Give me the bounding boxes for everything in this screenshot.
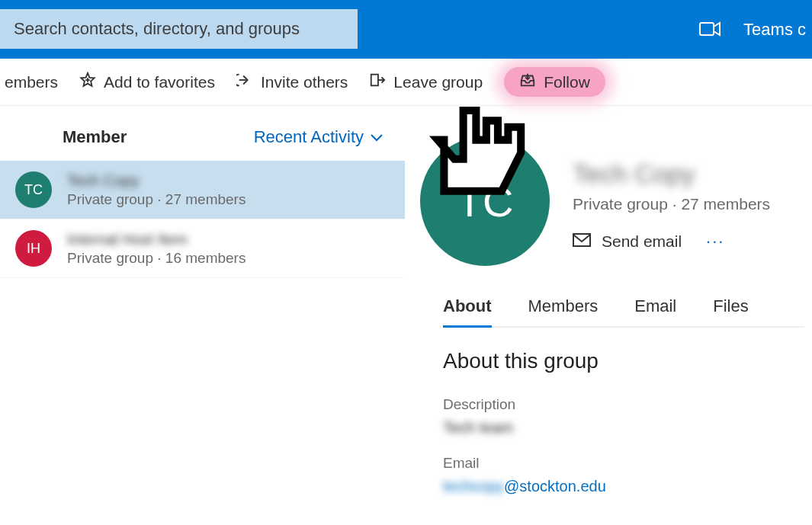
groups-list-panel: Member Recent Activity TC Tech Copy Priv… <box>0 106 405 525</box>
tab-members[interactable]: Members <box>528 296 599 326</box>
group-subtitle: Private group · 27 members <box>573 195 770 213</box>
list-item[interactable]: TC Tech Copy Private group · 27 members <box>0 161 405 219</box>
send-email-button[interactable]: Send email <box>602 232 682 251</box>
mail-icon <box>573 232 591 251</box>
leave-group-button[interactable]: Leave group <box>369 72 483 92</box>
description-value: Tech team <box>443 419 804 437</box>
add-to-favorites-button[interactable]: Add to favorites <box>79 72 215 92</box>
tab-about[interactable]: About <box>443 296 492 328</box>
list-item-text: Tech Copy Private group · 27 members <box>67 172 246 208</box>
more-actions-button[interactable]: ··· <box>706 232 724 251</box>
description-label: Description <box>443 396 804 413</box>
group-avatar-large: TC <box>420 136 550 266</box>
main-area: Member Recent Activity TC Tech Copy Priv… <box>0 106 812 525</box>
group-title-blurred: Tech Copy <box>573 159 770 189</box>
about-heading: About this group <box>443 349 804 373</box>
svg-rect-0 <box>700 23 714 35</box>
list-item-text: Internal Host Item Private group · 16 me… <box>67 231 246 267</box>
group-meta: Private group · 16 members <box>67 250 246 267</box>
members-button-partial[interactable]: embers <box>5 73 58 91</box>
svg-rect-4 <box>573 234 590 246</box>
group-email-link[interactable]: techcopy@stockton.edu <box>443 478 804 495</box>
groups-list: TC Tech Copy Private group · 27 members … <box>0 161 405 278</box>
list-header-title: Member <box>63 127 127 147</box>
tab-files[interactable]: Files <box>713 296 748 326</box>
group-meta: Private group · 27 members <box>67 191 246 208</box>
video-camera-icon[interactable] <box>699 21 721 40</box>
group-name-blurred: Tech Copy <box>67 172 246 190</box>
inbox-icon <box>519 72 536 92</box>
list-header: Member Recent Activity <box>0 106 405 161</box>
teams-link[interactable]: Teams c <box>743 20 806 40</box>
group-name-blurred: Internal Host Item <box>67 231 246 248</box>
detail-header: TC Tech Copy Private group · 27 members … <box>443 136 804 266</box>
detail-tabs: About Members Email Files <box>443 296 804 328</box>
leave-icon <box>369 72 386 92</box>
group-detail-panel: TC Tech Copy Private group · 27 members … <box>405 106 812 525</box>
list-item[interactable]: IH Internal Host Item Private group · 16… <box>0 219 405 278</box>
avatar: IH <box>15 230 52 267</box>
star-icon <box>79 72 96 92</box>
invite-others-button[interactable]: Invite others <box>236 72 348 92</box>
top-banner: Teams c <box>0 0 812 59</box>
chevron-down-icon <box>370 127 384 147</box>
svg-rect-3 <box>371 75 378 86</box>
about-section: About this group Description Tech team E… <box>443 349 804 495</box>
group-toolbar: embers Add to favorites Invite others Le… <box>0 59 812 106</box>
tab-email[interactable]: Email <box>634 296 676 326</box>
sort-button[interactable]: Recent Activity <box>254 127 384 147</box>
email-label: Email <box>443 455 804 472</box>
avatar: TC <box>15 171 52 208</box>
search-input[interactable] <box>0 9 358 49</box>
share-icon <box>236 72 253 92</box>
follow-button[interactable]: Follow <box>504 67 605 97</box>
